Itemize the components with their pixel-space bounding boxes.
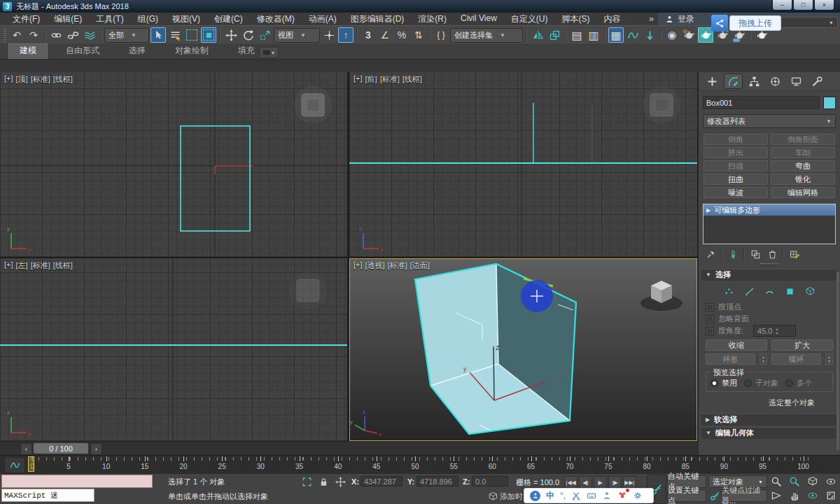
- select-and-scale-button[interactable]: [257, 27, 272, 43]
- absolute-mode-transform-icon[interactable]: [333, 475, 347, 488]
- menu-item[interactable]: 图形编辑器(D): [344, 13, 412, 25]
- minimize-button[interactable]: –: [772, 0, 792, 10]
- expand-arrow-icon[interactable]: ▶: [706, 207, 710, 214]
- ime-scissors-icon[interactable]: [571, 491, 581, 500]
- ime-user-icon[interactable]: [602, 491, 612, 500]
- viewport-front[interactable]: [+][前][标准][线框] x z: [349, 72, 697, 257]
- x-coordinate-field[interactable]: 4347.287: [360, 476, 402, 486]
- viewport-label-segment[interactable]: [+]: [354, 260, 363, 271]
- preview-selection-radio[interactable]: 多个: [785, 378, 812, 388]
- rollout-soft-selection-header[interactable]: ▶ 软选择: [701, 414, 837, 426]
- edit-named-selection-sets-button[interactable]: { }: [433, 27, 449, 43]
- menu-item[interactable]: 组(G): [131, 13, 165, 25]
- object-color-swatch[interactable]: [823, 97, 836, 109]
- spinner-snap-toggle[interactable]: ⇅: [411, 27, 426, 43]
- percent-snap-toggle[interactable]: %: [394, 27, 410, 43]
- radio-icon[interactable]: [785, 379, 793, 387]
- viewport-label-segment[interactable]: [透视]: [365, 260, 385, 271]
- select-and-place-button[interactable]: ↑: [338, 27, 354, 43]
- close-button[interactable]: ×: [814, 0, 834, 10]
- viewport-label-segment[interactable]: [+]: [4, 74, 13, 85]
- viewport-label-segment[interactable]: [标准]: [388, 260, 407, 271]
- rollout-selection-header[interactable]: ▼ 选择: [701, 269, 837, 281]
- select-and-rotate-button[interactable]: [240, 27, 255, 43]
- layer-manager-button[interactable]: ▤: [569, 27, 584, 43]
- login-label[interactable]: 登录: [678, 13, 694, 25]
- subobject-edge-button[interactable]: [743, 286, 755, 297]
- selection-checkbox[interactable]: 忽略背面: [706, 313, 833, 325]
- modifier-button[interactable]: 编辑网格: [771, 187, 835, 198]
- checkbox-icon[interactable]: [706, 327, 714, 335]
- redo-button[interactable]: ↷: [26, 27, 41, 43]
- key-mode-toggle[interactable]: [708, 489, 722, 502]
- subobject-border-button[interactable]: [764, 286, 776, 297]
- maxscript-macro-recorder-field[interactable]: [1, 475, 153, 488]
- z-coordinate-field[interactable]: 0.0: [472, 476, 508, 486]
- ime-keyboard-icon[interactable]: [587, 491, 596, 500]
- rollout-edit-geometry-header[interactable]: ▼ 编辑几何体: [701, 427, 837, 439]
- modifier-button[interactable]: 扭曲: [704, 174, 768, 185]
- selection-lock-icon[interactable]: [316, 475, 330, 488]
- next-frame-button[interactable]: ›: [90, 443, 102, 455]
- menu-item[interactable]: 视图(V): [165, 13, 207, 25]
- modifier-list-dropdown[interactable]: 修改器列表 ▼: [703, 114, 836, 128]
- select-link-button[interactable]: [48, 27, 64, 43]
- show-end-result-button[interactable]: [727, 248, 739, 260]
- modifier-button[interactable]: 锥化: [771, 174, 835, 185]
- menu-item[interactable]: 文件(F): [6, 13, 47, 25]
- viewport-label-segment[interactable]: [+]: [354, 74, 363, 85]
- ring-spinner[interactable]: ▴▾: [760, 354, 767, 365]
- loop-spinner[interactable]: ▴▾: [825, 354, 833, 365]
- ribbon-tab[interactable]: 选择: [118, 43, 157, 59]
- playback-button[interactable]: |◀◀: [564, 476, 578, 489]
- preview-selection-radio[interactable]: 子对象: [744, 378, 778, 388]
- set-key-button[interactable]: 设置关键点: [667, 489, 706, 502]
- curve-editor-button[interactable]: [625, 27, 640, 43]
- named-selection-sets-dropdown[interactable]: 创建选择集 ▼: [450, 28, 523, 43]
- ime-mode-toggle[interactable]: 中: [546, 490, 554, 502]
- modifier-button[interactable]: 倒角: [704, 134, 768, 145]
- panel-divider-grip[interactable]: [699, 262, 840, 267]
- selection-filter-dropdown[interactable]: 全部 ▼: [104, 28, 149, 43]
- align-button[interactable]: [547, 27, 562, 43]
- tab-hierarchy[interactable]: [745, 74, 764, 89]
- modifier-button[interactable]: 倒角剖面: [771, 134, 835, 145]
- zoom-tool[interactable]: [769, 475, 784, 488]
- ribbon-tab[interactable]: 对象绘制: [164, 43, 220, 59]
- menu-item[interactable]: 自定义(U): [504, 13, 555, 25]
- key-filters-button[interactable]: 关键点过滤器...: [721, 489, 767, 502]
- viewport-label-segment[interactable]: [线框]: [53, 260, 73, 271]
- remove-modifier-button[interactable]: [766, 248, 778, 260]
- menu-item[interactable]: 渲染(R): [411, 13, 454, 25]
- reference-coordinate-dropdown[interactable]: 视图 ▼: [274, 28, 320, 43]
- modifier-button[interactable]: 噪波: [704, 187, 768, 198]
- maxscript-mini-listener-field[interactable]: MAXScript 迷: [1, 489, 94, 502]
- schematic-view-button[interactable]: [642, 27, 657, 43]
- modifier-stack[interactable]: ▶ 可编辑多边形: [703, 204, 836, 244]
- ime-settings-icon[interactable]: [633, 491, 643, 500]
- scene-explorer-button[interactable]: ▥: [586, 27, 601, 43]
- zoom-extents-tool[interactable]: [805, 475, 820, 488]
- upload-icon[interactable]: [711, 15, 728, 31]
- subobject-polygon-button[interactable]: [784, 286, 796, 297]
- viewport-label-segment[interactable]: [顶]: [16, 74, 28, 85]
- use-pivot-point-button[interactable]: [321, 27, 337, 43]
- subobject-element-button[interactable]: [804, 286, 816, 297]
- ribbon-tab[interactable]: 自由形式: [55, 43, 111, 59]
- by-angle-checkbox-row[interactable]: 按角度: 45.0 ▴▾: [706, 325, 833, 337]
- ribbon-more-button[interactable]: ▾: [259, 47, 279, 58]
- playback-button[interactable]: ◀|: [579, 476, 592, 489]
- modifier-button[interactable]: 车削: [771, 147, 835, 158]
- menu-item[interactable]: 工具(T): [89, 13, 130, 25]
- shrink-button[interactable]: 收缩: [706, 340, 767, 351]
- ime-logo-icon[interactable]: [530, 491, 540, 501]
- playback-button[interactable]: |▶: [608, 476, 622, 489]
- window-crossing-toggle[interactable]: [201, 27, 216, 43]
- grow-button[interactable]: 扩大: [771, 340, 833, 351]
- ribbon-toggle-button[interactable]: ▦: [608, 27, 624, 43]
- zoom-extents-all-tool[interactable]: [823, 475, 839, 488]
- loop-button[interactable]: 循环: [771, 354, 821, 365]
- checkbox-icon[interactable]: [706, 315, 714, 323]
- tab-utilities[interactable]: [808, 74, 827, 89]
- ime-skin-icon[interactable]: [617, 490, 627, 502]
